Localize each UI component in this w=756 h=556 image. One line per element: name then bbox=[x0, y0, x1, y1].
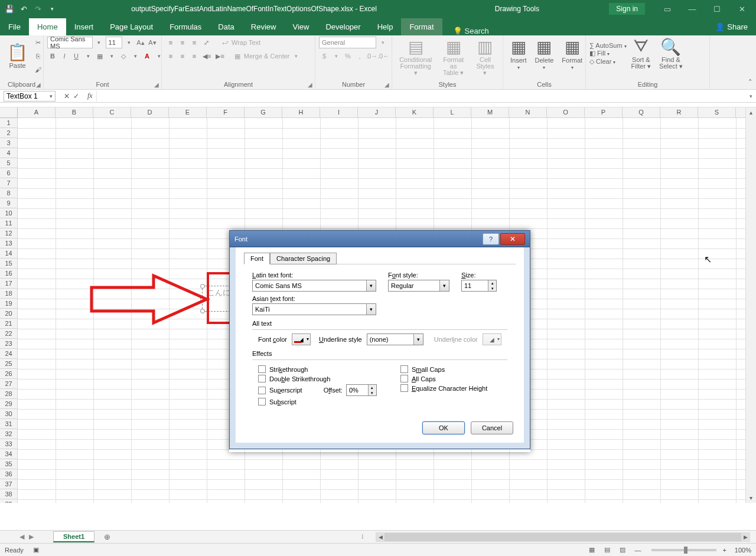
sheet-nav-next-icon[interactable]: ▶ bbox=[29, 533, 34, 541]
number-format-input[interactable]: General bbox=[319, 37, 376, 48]
column-header[interactable]: B bbox=[56, 107, 93, 117]
zoom-slider[interactable] bbox=[651, 549, 716, 551]
tab-formulas[interactable]: Formulas bbox=[161, 18, 210, 35]
row-header[interactable]: 33 bbox=[0, 439, 17, 449]
row-header[interactable]: 15 bbox=[0, 259, 17, 269]
qat-customize-icon[interactable]: ▾ bbox=[46, 3, 58, 15]
tab-file[interactable]: File bbox=[0, 18, 29, 35]
merge-icon[interactable]: ▦ bbox=[232, 50, 243, 62]
font-color-icon[interactable]: A bbox=[142, 50, 152, 62]
paste-button[interactable]: 📋 Paste bbox=[4, 42, 31, 70]
copy-icon[interactable]: ⎘ bbox=[32, 50, 43, 62]
ok-button[interactable]: OK bbox=[422, 421, 465, 434]
normal-view-icon[interactable]: ▦ bbox=[585, 545, 599, 555]
close-icon[interactable]: ✕ bbox=[730, 1, 754, 17]
offset-input[interactable]: 0% ▴▾ bbox=[346, 384, 377, 396]
ribbon-display-icon[interactable]: ▭ bbox=[656, 1, 679, 17]
row-header[interactable]: 10 bbox=[0, 208, 17, 218]
column-header[interactable]: R bbox=[660, 107, 698, 117]
align-bottom-icon[interactable]: ≡ bbox=[189, 37, 200, 48]
undo-icon[interactable]: ↶ bbox=[18, 3, 30, 15]
format-cells-button[interactable]: ▦ Format▾ bbox=[558, 37, 586, 71]
row-header[interactable]: 34 bbox=[0, 449, 17, 459]
fill-button[interactable]: ◧ Fill ▾ bbox=[589, 50, 627, 57]
scroll-up-icon[interactable]: ▴ bbox=[746, 107, 756, 117]
column-header[interactable]: L bbox=[434, 107, 471, 117]
dropdown-icon[interactable]: ▾ bbox=[439, 280, 449, 291]
row-header[interactable]: 4 bbox=[0, 148, 17, 158]
dialog-tab-character-spacing[interactable]: Character Spacing bbox=[270, 253, 337, 264]
row-header[interactable]: 23 bbox=[0, 339, 17, 349]
grow-font-icon[interactable]: A▴ bbox=[135, 37, 146, 48]
tab-view[interactable]: View bbox=[284, 18, 317, 35]
row-header[interactable]: 39 bbox=[0, 499, 17, 503]
font-color-button[interactable]: ◢▾ bbox=[292, 333, 311, 345]
tab-insert[interactable]: Insert bbox=[66, 18, 102, 35]
row-header[interactable]: 18 bbox=[0, 289, 17, 299]
font-name-input[interactable]: Comic Sans MS bbox=[47, 37, 93, 48]
italic-button[interactable]: I bbox=[59, 50, 70, 62]
border-icon[interactable]: ▦ bbox=[94, 50, 105, 62]
cancel-formula-icon[interactable]: ✕ bbox=[64, 92, 70, 100]
row-header[interactable]: 2 bbox=[0, 128, 17, 138]
row-header[interactable]: 30 bbox=[0, 409, 17, 419]
row-header[interactable]: 21 bbox=[0, 319, 17, 329]
row-header[interactable]: 26 bbox=[0, 369, 17, 379]
tab-help[interactable]: Help bbox=[369, 18, 402, 35]
tab-page-layout[interactable]: Page Layout bbox=[102, 18, 161, 35]
row-header[interactable]: 1 bbox=[0, 118, 17, 128]
column-header[interactable]: H bbox=[282, 107, 320, 117]
alignment-launcher-icon[interactable]: ◢ bbox=[308, 81, 312, 88]
maximize-icon[interactable]: ☐ bbox=[705, 1, 729, 17]
tell-me-search[interactable]: 💡 Search bbox=[442, 27, 489, 35]
row-header[interactable]: 11 bbox=[0, 218, 17, 228]
fx-icon[interactable]: fx bbox=[84, 91, 96, 100]
scroll-down-icon[interactable]: ▾ bbox=[746, 493, 756, 503]
tab-developer[interactable]: Developer bbox=[317, 18, 369, 35]
row-header[interactable]: 25 bbox=[0, 359, 17, 369]
row-header[interactable]: 20 bbox=[0, 309, 17, 319]
dialog-help-button[interactable]: ? bbox=[483, 233, 499, 245]
dialog-close-button[interactable]: ✕ bbox=[500, 233, 525, 245]
wrap-text-icon[interactable]: ⮐ bbox=[220, 37, 230, 48]
align-middle-icon[interactable]: ≡ bbox=[177, 37, 188, 48]
tab-data[interactable]: Data bbox=[210, 18, 242, 35]
expand-formula-bar-icon[interactable]: ▾ bbox=[745, 93, 756, 99]
cut-icon[interactable]: ✂ bbox=[32, 37, 43, 48]
format-painter-icon[interactable]: 🖌 bbox=[32, 64, 43, 76]
asian-font-input[interactable]: KaiTi ▾ bbox=[252, 303, 376, 315]
row-header[interactable]: 19 bbox=[0, 299, 17, 309]
row-header[interactable]: 8 bbox=[0, 188, 17, 198]
vertical-scrollbar[interactable]: ▴ ▾ bbox=[745, 107, 756, 503]
sign-in-button[interactable]: Sign in bbox=[609, 3, 645, 15]
insert-cells-button[interactable]: ▦ Insert▾ bbox=[507, 37, 530, 71]
name-box-dd-icon[interactable]: ▾ bbox=[50, 93, 53, 99]
scroll-thumb[interactable] bbox=[384, 533, 741, 541]
row-header[interactable]: 12 bbox=[0, 228, 17, 238]
tab-home[interactable]: Home bbox=[29, 18, 66, 35]
row-header[interactable]: 5 bbox=[0, 158, 17, 168]
enter-formula-icon[interactable]: ✓ bbox=[73, 92, 79, 100]
comma-icon[interactable]: , bbox=[354, 50, 365, 62]
row-header[interactable]: 37 bbox=[0, 479, 17, 489]
underline-button[interactable]: U bbox=[71, 50, 82, 62]
page-break-view-icon[interactable]: ▨ bbox=[615, 545, 630, 555]
align-top-icon[interactable]: ≡ bbox=[165, 37, 176, 48]
align-center-icon[interactable]: ≡ bbox=[177, 50, 188, 62]
fill-color-icon[interactable]: ◇ bbox=[118, 50, 129, 62]
scroll-right-icon[interactable]: ▶ bbox=[741, 533, 750, 541]
font-style-input[interactable]: Regular ▾ bbox=[388, 280, 449, 292]
format-as-table-button[interactable]: ▦ Format asTable ▾ bbox=[436, 37, 470, 77]
select-all-corner[interactable] bbox=[0, 107, 18, 118]
clear-button[interactable]: ◇ Clear ▾ bbox=[589, 58, 627, 66]
indent-increase-icon[interactable]: ▶≡ bbox=[214, 50, 226, 62]
align-right-icon[interactable]: ≡ bbox=[189, 50, 200, 62]
column-header[interactable]: K bbox=[396, 107, 434, 117]
column-header[interactable]: D bbox=[131, 107, 169, 117]
share-button[interactable]: 👤 Share bbox=[707, 18, 756, 35]
dropdown-icon[interactable]: ▾ bbox=[366, 304, 376, 315]
tab-format[interactable]: Format bbox=[401, 18, 442, 35]
percent-icon[interactable]: % bbox=[343, 50, 353, 62]
latin-font-input[interactable]: Comic Sans MS ▾ bbox=[252, 280, 376, 292]
merge-center-button[interactable]: Merge & Center bbox=[244, 53, 290, 60]
